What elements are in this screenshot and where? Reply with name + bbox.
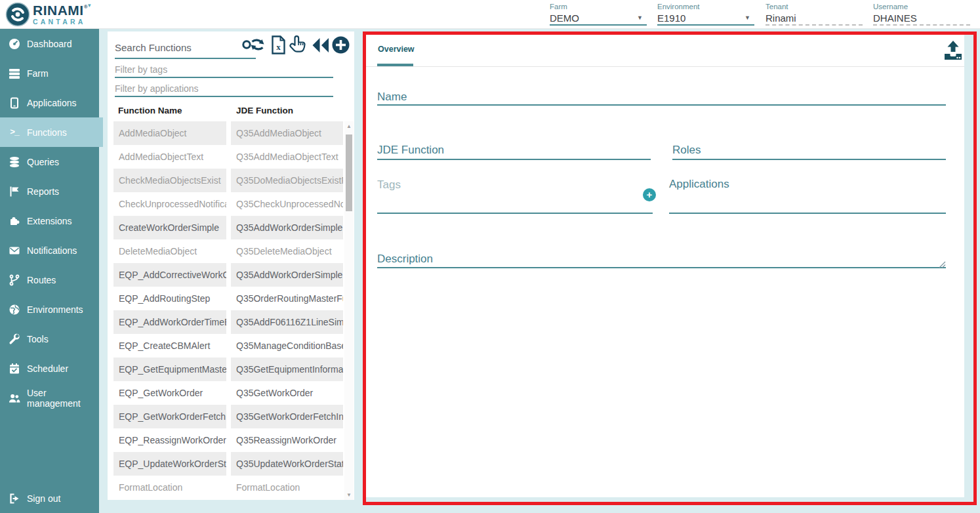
tab-overview[interactable]: Overview <box>378 45 415 54</box>
sidebar-item-label: Functions <box>27 127 67 138</box>
rewind-icon[interactable] <box>312 37 329 56</box>
applications-input[interactable]: Applications <box>669 178 729 191</box>
function-row[interactable]: EQP_GetWorkOrderFetchInQ35GetWorkOrderFe… <box>108 405 354 428</box>
branch-icon <box>9 274 20 286</box>
description-input[interactable]: Description <box>377 253 433 266</box>
sidebar-item-user-management[interactable]: User management <box>0 383 99 413</box>
function-name-cell: EQP_GetWorkOrder <box>113 381 226 405</box>
environment-dropdown-icon[interactable]: ▼ <box>745 14 750 21</box>
username-label: Username <box>873 3 970 11</box>
function-row[interactable]: EQP_AddRoutingStepQ35OrderRoutingMasterF… <box>108 287 354 310</box>
sidebar-item-tools[interactable]: Tools <box>0 324 99 354</box>
function-row[interactable]: FormatLocationFormatLocation <box>108 476 354 499</box>
calendar-check-icon <box>9 363 20 375</box>
jde-function-input[interactable]: JDE Function <box>377 144 444 157</box>
globe-icon <box>9 304 20 316</box>
flag-icon <box>9 186 20 197</box>
sidebar-item-extensions[interactable]: Extensions <box>0 206 99 236</box>
farm-dropdown-icon[interactable]: ▼ <box>637 14 643 21</box>
scrollbar-up-icon[interactable]: ▲ <box>344 123 354 129</box>
function-row[interactable]: EQP_CreateCBMAlertQ35ManageConditionBase <box>108 334 354 358</box>
sidebar-item-sign-out[interactable]: Sign out <box>0 483 99 513</box>
add-function-icon[interactable] <box>332 36 350 56</box>
scrollbar-down-icon[interactable]: ▼ <box>344 492 354 498</box>
tenant-label: Tenant <box>766 3 863 11</box>
username-field[interactable]: Username DHAINES <box>873 3 970 26</box>
function-row[interactable]: DeleteMediaObjectQ35DeleteMediaObject <box>108 239 354 263</box>
textarea-resize-grip[interactable] <box>938 259 946 271</box>
filter-by-applications-input[interactable]: Filter by applications <box>115 83 199 94</box>
jde-function-cell: Q35CheckUnprocessedNo <box>231 192 343 216</box>
environment-label: Environment <box>657 3 754 11</box>
farm-select[interactable]: Farm DEMO ▼ <box>550 3 647 26</box>
logo-subtitle: CANTARA <box>33 18 88 26</box>
terminal-icon: >_ <box>9 127 20 138</box>
top-header: RINAMI® CANTARA ▾ Farm DEMO ▼ Environmen… <box>0 0 980 29</box>
filter-by-tags-input[interactable]: Filter by tags <box>115 64 167 75</box>
add-tag-button[interactable]: + <box>643 188 656 201</box>
function-name-cell: EQP_AddRoutingStep <box>113 287 226 310</box>
function-name-cell: AddMediaObjectText <box>113 145 226 169</box>
upload-icon[interactable] <box>943 40 963 64</box>
sidebar-item-reports[interactable]: Reports <box>0 176 99 206</box>
sync-functions-icon[interactable] <box>241 35 265 57</box>
tags-input[interactable]: Tags <box>377 178 401 192</box>
roles-input[interactable]: Roles <box>672 144 701 157</box>
function-row[interactable]: EQP_UpdateWorkOrderStaQ35UpdateWorkOrder… <box>108 452 354 476</box>
function-name-cell: EQP_AddCorrectiveWorkOr <box>113 263 226 287</box>
jde-function-underline <box>377 159 651 160</box>
sidebar-item-label: Reports <box>27 186 59 197</box>
jde-function-cell: FormatLocation <box>231 476 343 499</box>
sidebar-item-notifications[interactable]: Notifications <box>0 236 99 265</box>
sidebar-item-label: Scheduler <box>27 363 68 374</box>
sidebar-item-dashboard[interactable]: Dashboard <box>0 29 99 58</box>
function-row[interactable]: EQP_AddWorkOrderTimeEnQ35AddF06116Z1Line… <box>108 310 354 334</box>
logo-registered-mark: ® <box>84 4 88 10</box>
function-name-cell: CreateWorkOrderSimple <box>113 216 226 239</box>
name-input[interactable]: Name <box>377 91 407 104</box>
jde-function-cell: Q35DeleteMediaObject <box>231 239 343 263</box>
sidebar-nav: Dashboard Farm Applications >_ Functions… <box>0 29 99 513</box>
hand-pointer-icon[interactable] <box>289 35 306 57</box>
function-row[interactable]: CheckUnprocessedNotificaQ35CheckUnproces… <box>108 192 354 216</box>
farm-label: Farm <box>550 3 647 11</box>
tags-filter-underline <box>115 77 333 78</box>
function-row[interactable]: CreateWorkOrderSimpleQ35AddWorkOrderSimp… <box>108 216 354 239</box>
function-row[interactable]: EQP_GetEquipmentMasterQ35GetEquipmentInf… <box>108 358 354 381</box>
export-excel-icon[interactable]: x <box>272 35 285 57</box>
tablet-icon <box>9 97 20 109</box>
sidebar-item-environments[interactable]: Environments <box>0 295 99 324</box>
svg-text:x: x <box>276 42 281 52</box>
environment-select[interactable]: Environment E1910 ▼ <box>657 3 754 26</box>
sidebar-item-farm[interactable]: Farm <box>0 58 99 88</box>
roles-underline <box>672 159 946 160</box>
sidebar-item-functions[interactable]: >_ Functions <box>0 117 103 147</box>
logo-accent-caret: ▾ <box>88 2 91 9</box>
sidebar-item-scheduler[interactable]: Scheduler <box>0 354 99 383</box>
function-row[interactable]: AddMediaObjectQ35AddMediaObject <box>108 121 354 145</box>
search-input[interactable]: Search Functions <box>115 42 192 53</box>
jde-function-cell: Q35GetEquipmentInforma <box>231 358 343 381</box>
function-name-cell: CheckMediaObjectsExist <box>113 169 226 192</box>
scrollbar-thumb[interactable] <box>346 134 352 211</box>
sign-out-icon <box>9 493 20 504</box>
tenant-field[interactable]: Tenant Rinami <box>766 3 863 26</box>
function-row[interactable]: EQP_AddCorrectiveWorkOrQ35AddWorkOrderSi… <box>108 263 354 287</box>
function-row[interactable]: CheckMediaObjectsExistQ35DoMediaObjectsE… <box>108 169 354 192</box>
jde-function-cell: Q35UpdateWorkOrderStat <box>231 452 343 476</box>
function-row[interactable]: EQP_ReassignWorkOrderQ35ReassignWorkOrde… <box>108 428 354 452</box>
table-scrollbar[interactable]: ▲ ▼ <box>344 121 354 500</box>
sidebar-item-routes[interactable]: Routes <box>0 265 99 295</box>
function-row[interactable]: AddMediaObjectTextQ35AddMediaObjectText <box>108 145 354 169</box>
sidebar-item-label: Tools <box>27 334 49 344</box>
function-row[interactable]: EQP_GetWorkOrderQ35GetWorkOrder <box>108 381 354 405</box>
column-header-function-name: Function Name <box>118 106 182 115</box>
sidebar-item-queries[interactable]: Queries <box>0 147 99 176</box>
function-name-cell: FormatLocation <box>113 476 226 499</box>
sidebar-item-applications[interactable]: Applications <box>0 88 99 117</box>
function-name-cell: EQP_ReassignWorkOrder <box>113 428 226 452</box>
function-name-cell: DeleteMediaObject <box>113 239 226 263</box>
farm-value: DEMO <box>550 12 579 24</box>
puzzle-icon <box>9 215 20 227</box>
sidebar-item-label: Extensions <box>27 216 71 226</box>
